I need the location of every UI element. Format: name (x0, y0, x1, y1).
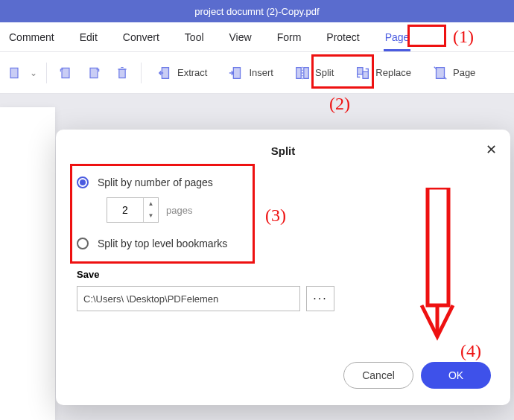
close-button[interactable]: ✕ (486, 141, 497, 158)
tab-edit[interactable]: Edit (78, 24, 99, 51)
browse-button[interactable]: ··· (306, 286, 334, 311)
tab-protect[interactable]: Protect (325, 24, 361, 51)
svg-rect-7 (304, 67, 308, 78)
page-size-label: Page (453, 67, 475, 78)
split-icon (294, 65, 311, 81)
svg-rect-9 (363, 71, 368, 78)
stepper-up[interactable]: ▲ (144, 198, 158, 210)
insert-button[interactable]: Insert (222, 60, 279, 86)
ribbon-tabs: Comment Edit Convert Tool View Form Prot… (0, 22, 514, 52)
svg-rect-6 (296, 67, 301, 78)
tab-convert[interactable]: Convert (121, 24, 161, 51)
option-split-by-bookmarks[interactable]: Split by top level bookmarks (77, 238, 489, 249)
tab-page[interactable]: Page (384, 24, 411, 51)
insert-icon (228, 65, 244, 81)
svg-rect-0 (10, 68, 18, 77)
separator (141, 63, 142, 83)
extract-label: Extract (177, 67, 207, 78)
window-titlebar: project documnt (2)-Copy.pdf (0, 0, 514, 22)
page-box-dropdown[interactable] (4, 63, 24, 83)
svg-rect-3 (119, 69, 125, 78)
rotate-left-button[interactable] (56, 63, 75, 83)
svg-rect-10 (436, 67, 444, 78)
pages-count-stepper[interactable]: 2 ▲ ▼ (107, 197, 159, 223)
ok-button[interactable]: OK (421, 362, 491, 389)
page-size-icon (432, 65, 448, 81)
svg-rect-5 (234, 67, 241, 78)
replace-button[interactable]: Replace (349, 60, 417, 86)
pages-unit-label: pages (166, 205, 192, 216)
tab-form[interactable]: Form (276, 24, 303, 51)
page-preview (0, 107, 55, 420)
page-toolbar: ⌄ Extract Insert Split Replace (0, 52, 514, 94)
pages-count-value: 2 (107, 204, 143, 216)
replace-icon (355, 65, 371, 81)
cancel-button[interactable]: Cancel (343, 362, 413, 389)
extract-button[interactable]: Extract (150, 60, 213, 86)
svg-rect-8 (358, 67, 363, 74)
save-path-field[interactable]: C:\Users\ \Desktop\PDFelemen (77, 286, 300, 311)
radio-unselected-icon (77, 238, 89, 249)
chevron-down-icon[interactable]: ⌄ (30, 68, 37, 78)
option-split-by-bookmarks-label: Split by top level bookmarks (98, 238, 227, 249)
replace-label: Replace (375, 67, 411, 78)
tab-view[interactable]: View (228, 24, 253, 51)
tab-comment[interactable]: Comment (7, 24, 56, 51)
extract-icon (156, 65, 173, 81)
delete-page-button[interactable] (112, 63, 132, 83)
option-split-by-pages-label: Split by number of pages (98, 176, 213, 188)
tab-tool[interactable]: Tool (183, 24, 206, 51)
insert-label: Insert (249, 67, 273, 78)
document-title: project documnt (2)-Copy.pdf (194, 6, 319, 17)
stepper-down[interactable]: ▼ (144, 210, 158, 222)
split-button[interactable]: Split (288, 60, 340, 86)
rotate-right-button[interactable] (84, 63, 104, 83)
page-size-button[interactable]: Page (426, 60, 481, 86)
option-split-by-pages[interactable]: Split by number of pages (77, 176, 489, 188)
separator (46, 63, 47, 83)
split-label: Split (315, 67, 334, 78)
split-dialog: Split ✕ Split by number of pages 2 ▲ ▼ p… (56, 130, 510, 405)
radio-selected-icon (77, 176, 89, 188)
dialog-title: Split (77, 144, 489, 157)
save-section-label: Save (77, 269, 489, 280)
